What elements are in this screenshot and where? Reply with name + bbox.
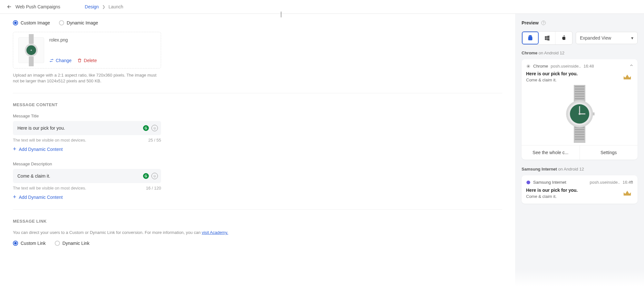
emoji-button[interactable]: ☺ [151,173,158,179]
title-hint: The text will be visible on most devices… [13,138,86,143]
chrome-os-suffix: on Android 12 [537,51,564,55]
crown-icon [622,73,632,81]
link-type-radios: Custom Link Dynamic Link [13,241,502,246]
emoji-button[interactable]: ☺ [151,125,158,131]
notif-image [526,87,633,141]
svg-rect-29 [593,113,595,116]
delete-image-button[interactable]: Delete [77,58,97,63]
radio-dynamic-link[interactable]: Dynamic Link [55,241,90,246]
breadcrumb: Design ❯ Launch [85,4,123,9]
android-icon [527,35,533,41]
title-input[interactable] [13,121,161,135]
os-toggle [522,31,572,45]
divider [13,209,502,210]
back-label: Web Push Campaigns [15,4,60,9]
notif-action-1[interactable]: See the whole c... [522,145,580,160]
notif-app-icon [621,188,633,199]
add-dynamic-title[interactable]: + Add Dynamic Content [13,146,502,153]
radio-unchecked-icon [55,241,60,246]
image-thumbnail [18,37,44,63]
topbar: Web Push Campaigns Design ❯ Launch [0,0,644,14]
notif-app-icon [621,71,633,83]
apple-icon [561,35,567,41]
swap-icon [49,58,54,63]
svg-rect-13 [575,91,584,92]
help-icon[interactable]: ? [541,21,546,25]
radio-custom-image[interactable]: Custom Image [13,20,50,25]
windows-toggle[interactable] [539,32,555,44]
chevron-down-icon: ▾ [631,35,633,41]
add-dynamic-desc-label: Add Dynamic Content [19,195,63,200]
radio-dynamic-link-label: Dynamic Link [62,241,90,246]
notif-browser-name: Samsung Internet [533,180,566,185]
radio-checked-icon [13,241,18,246]
svg-point-5 [529,36,530,36]
change-label: Change [56,58,72,63]
view-mode-dropdown[interactable]: Expanded View ▾ [576,32,638,44]
chevron-right-icon: ❯ [102,5,105,9]
link-desc-pre: You can direct your users to a Custom or… [13,230,202,235]
samsung-preview-label: Samsung Internet on Android 12 [522,167,638,171]
radio-custom-link[interactable]: Custom Link [13,241,46,246]
radio-dynamic-image-label: Dynamic Image [67,20,98,25]
svg-point-30 [526,181,530,184]
svg-rect-11 [575,86,584,88]
svg-rect-18 [575,129,584,131]
chrome-browser-name: Chrome [522,51,537,55]
arrow-left-icon [6,4,12,10]
notif-desc: Come & claim it. [526,78,578,82]
delete-label: Delete [84,58,97,63]
main-content: Custom Image Dynamic Image rolex.png [0,14,515,285]
radio-dynamic-image[interactable]: Dynamic Image [59,20,98,25]
chrome-notification-preview: Chrome posh.useinside.. 16:48 Here is ou… [522,59,638,160]
radio-custom-link-label: Custom Link [21,241,46,246]
notif-title: Here is our pick for you. [526,188,578,193]
plus-icon: + [13,194,16,200]
svg-rect-16 [575,98,584,100]
divider [13,93,502,93]
svg-rect-21 [575,136,584,138]
grammarly-icon[interactable]: G [143,173,149,179]
change-image-button[interactable]: Change [49,58,72,63]
collapse-icon[interactable] [629,63,634,69]
view-mode-label: Expanded View [580,35,611,41]
svg-rect-1 [29,57,34,66]
radio-unchecked-icon [59,20,64,25]
preview-title: Preview [522,20,539,25]
plus-icon: + [13,146,16,153]
apple-toggle[interactable] [555,32,572,44]
svg-rect-22 [575,139,584,140]
preview-panel: Preview ? Expanded View ▾ Chrome on [515,14,644,285]
svg-rect-19 [575,131,584,133]
svg-point-6 [531,36,531,36]
notif-domain: posh.useinside.. [590,180,620,185]
svg-rect-20 [575,134,584,135]
collapse-icon[interactable] [629,179,634,185]
samsung-icon [526,180,531,185]
trash-icon [77,58,82,63]
back-button[interactable]: Web Push Campaigns [6,4,60,10]
visit-academy-link[interactable]: visit Academy. [202,230,228,235]
message-content-heading: MESSAGE CONTENT [13,102,502,107]
message-link-heading: MESSAGE LINK [13,219,502,224]
breadcrumb-design[interactable]: Design [85,4,99,9]
desc-hint: The text will be visible on most devices… [13,186,86,190]
grammarly-icon[interactable]: G [143,125,149,131]
notif-desc: Come & claim it. [526,194,578,199]
svg-rect-28 [580,114,585,115]
samsung-notification-preview: Samsung Internet posh.useinside.. 16:48 … [522,175,638,204]
watch-thumb-icon [23,34,39,66]
breadcrumb-launch[interactable]: Launch [109,4,123,9]
desc-label: Message Description [13,162,502,166]
add-dynamic-desc[interactable]: + Add Dynamic Content [13,194,502,200]
desc-input[interactable] [13,169,161,183]
svg-point-4 [31,50,32,51]
notif-browser-name: Chrome [533,64,548,69]
samsung-os-suffix: on Android 12 [557,167,584,171]
notif-action-2[interactable]: Settings [580,145,638,160]
android-toggle[interactable] [522,32,539,44]
svg-rect-0 [29,34,34,44]
windows-icon [544,35,550,41]
watch-image-icon [560,85,599,143]
image-filename: rolex.png [49,37,97,42]
